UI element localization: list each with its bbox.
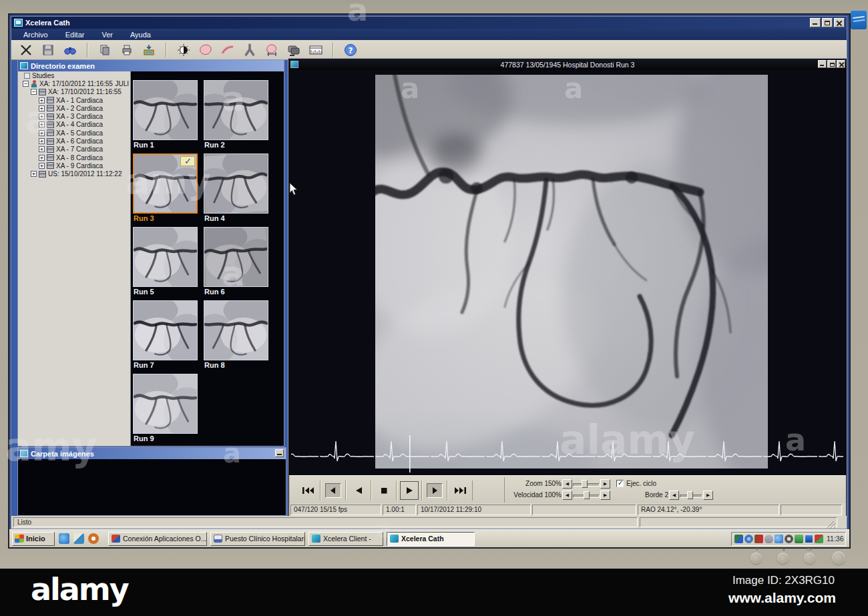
collapse-icon[interactable] [31, 89, 37, 95]
speed-decrease-icon[interactable]: ◀ [562, 491, 572, 500]
ventricle-measure-icon[interactable] [264, 42, 280, 58]
step-back-button[interactable] [320, 481, 346, 501]
play-reverse-button[interactable] [346, 481, 371, 501]
viewer-canvas[interactable] [289, 70, 846, 475]
minimize-panel-button[interactable] [275, 449, 284, 457]
bifurcation-icon[interactable] [242, 42, 258, 58]
expand-icon[interactable] [39, 146, 45, 152]
monitor-up-button[interactable] [777, 553, 789, 564]
menu-ayuda[interactable]: Ayuda [130, 31, 151, 39]
directory-titlebar[interactable]: Directorio examen [18, 60, 284, 71]
tree-item-series[interactable]: XA - 7 Cardiaca [19, 145, 130, 153]
settings-icon[interactable] [744, 535, 753, 543]
step-forward-button[interactable] [422, 481, 447, 501]
minimize-button[interactable] [810, 18, 821, 27]
menu-ver[interactable]: Ver [101, 31, 113, 39]
stop-button[interactable] [371, 481, 397, 501]
expand-icon[interactable] [39, 138, 45, 144]
delete-icon[interactable] [18, 42, 34, 58]
expand-icon[interactable] [39, 163, 45, 169]
tree-item-series[interactable]: XA - 4 Cardiaca [19, 121, 130, 129]
angiogram-image[interactable] [375, 75, 768, 469]
expand-icon[interactable] [39, 97, 45, 103]
display-icon[interactable] [805, 535, 813, 543]
expand-icon[interactable] [39, 121, 45, 127]
tree-item-series[interactable]: XA - 1 Cardiaca [19, 96, 130, 104]
speed-increase-icon[interactable]: ▶ [600, 491, 610, 500]
thumbnail-run[interactable]: Run 2 [204, 80, 270, 148]
thumbnail-run[interactable]: Run 4 [204, 153, 270, 222]
tree-item-study[interactable]: XA: 17/10/2012 11:16:55 JULI [19, 79, 130, 87]
tree-item-series-group[interactable]: XA: 17/10/2012 11:16:55 [19, 88, 130, 96]
viewer-close-button[interactable] [837, 60, 845, 68]
zoom-decrease-icon[interactable]: ◀ [562, 479, 572, 489]
viewer-minimize-button[interactable] [818, 60, 827, 68]
monitor-power-button[interactable] [832, 551, 845, 565]
media-player-icon[interactable] [88, 533, 99, 544]
volume-icon[interactable] [754, 535, 763, 543]
app-titlebar[interactable]: Xcelera Cath [11, 17, 847, 29]
browser-quicklaunch-icon[interactable] [59, 533, 69, 544]
taskbar-task[interactable]: Puesto Clínico Hospitalari... [210, 532, 305, 546]
image-folder-titlebar[interactable]: Carpeta imágenes [18, 448, 286, 459]
taskbar-task[interactable]: Xcelera Client - [308, 532, 383, 546]
update-icon[interactable] [785, 535, 793, 543]
thumbnail-run[interactable]: Run 5 [133, 227, 199, 295]
cine-stack-icon[interactable] [286, 42, 302, 58]
tree-item-series[interactable]: XA - 6 Cardiaca [19, 137, 130, 145]
copy-icon[interactable] [97, 42, 113, 58]
tree-item-series[interactable]: XA - 8 Cardiaca [19, 153, 130, 162]
edge-decrease-icon[interactable]: ◀ [669, 491, 679, 500]
thumbnail-run[interactable]: Run 7 [133, 300, 199, 368]
start-button[interactable]: Inicio [12, 532, 55, 546]
thumbnail-run[interactable]: Run 8 [204, 300, 270, 368]
expand-icon[interactable] [39, 113, 45, 119]
monitor-down-button[interactable] [750, 553, 762, 564]
help-icon[interactable]: ? [343, 42, 359, 58]
save-icon[interactable] [40, 42, 56, 58]
expand-icon[interactable] [31, 171, 37, 177]
calibration-icon[interactable] [308, 42, 324, 58]
viewer-titlebar[interactable]: 477837 13/05/1945 Hospital Donosti Run 3 [288, 59, 847, 70]
monitor-ok-button[interactable] [804, 553, 815, 564]
network-icon[interactable] [795, 535, 803, 543]
maximize-button[interactable] [822, 18, 833, 27]
tree-item-root[interactable]: Studies [19, 71, 130, 79]
export-icon[interactable] [141, 42, 157, 58]
skip-last-button[interactable] [447, 481, 473, 501]
print-icon[interactable] [119, 42, 135, 58]
search-icon[interactable] [62, 42, 78, 58]
tree-item-other-study[interactable]: US: 15/10/2012 11:12:22 [19, 170, 130, 178]
ejec-ciclo-checkbox[interactable] [616, 480, 624, 487]
tree-item-series[interactable]: XA - 3 Cardiaca [19, 112, 130, 120]
thumbnail-run[interactable]: Run 1 [133, 80, 199, 148]
play-button[interactable] [397, 481, 422, 501]
show-desktop-icon[interactable] [73, 533, 84, 544]
expand-icon[interactable] [39, 155, 45, 161]
vessel-analysis-icon[interactable] [220, 42, 236, 58]
menu-editar[interactable]: Editar [65, 31, 85, 39]
speed-slider[interactable] [573, 491, 600, 500]
edge-increase-icon[interactable]: ▶ [703, 491, 713, 500]
skip-first-button[interactable] [295, 481, 320, 501]
tree-item-series[interactable]: XA - 5 Cardiaca [19, 129, 130, 137]
antivirus-icon[interactable] [765, 535, 773, 543]
viewer-maximize-button[interactable] [827, 60, 836, 68]
tree-item-series[interactable]: XA - 2 Cardiaca [19, 104, 130, 112]
taskbar-task[interactable]: Xcelera Cath [387, 532, 475, 546]
close-button[interactable] [834, 18, 845, 27]
remote-session-icon[interactable] [734, 535, 743, 543]
contrast-icon[interactable] [176, 42, 192, 58]
resize-grip[interactable] [827, 521, 835, 529]
messenger-icon[interactable] [775, 535, 783, 543]
thumbnail-run[interactable]: Run 9 [133, 374, 199, 442]
dual-monitor-icon[interactable] [815, 535, 823, 543]
expand-icon[interactable] [39, 105, 45, 111]
zoom-slider[interactable] [573, 479, 600, 489]
edge-slider[interactable] [680, 491, 702, 500]
thumbnail-run[interactable]: Run 3 [133, 153, 199, 222]
heart-analysis-icon[interactable] [198, 42, 214, 58]
tree-item-series[interactable]: XA - 9 Cardiaca [19, 162, 130, 170]
menu-archivo[interactable]: Archivo [23, 31, 48, 39]
taskbar-task[interactable]: Conexión Aplicaciones O... [108, 532, 207, 546]
